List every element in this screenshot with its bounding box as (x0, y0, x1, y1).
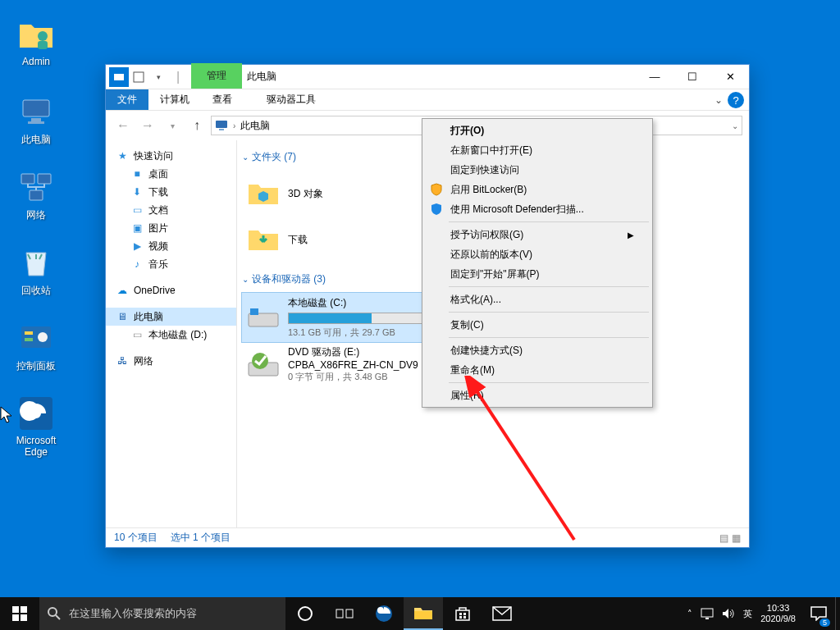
menu-open-new-window[interactable]: 在新窗口中打开(E) (424, 140, 651, 160)
tray-overflow-icon[interactable]: ˄ (687, 609, 692, 619)
ribbon-tab-view[interactable]: 查看 (201, 89, 244, 110)
window-title: 此电脑 (242, 65, 636, 89)
nav-quick-music[interactable]: ♪音乐 (106, 255, 236, 273)
nav-network[interactable]: 🖧网络 (106, 352, 236, 370)
taskbar-store[interactable] (443, 597, 482, 630)
menu-properties[interactable]: 属性(R) (424, 386, 651, 405)
mail-icon (492, 606, 512, 621)
desktop-icon-label: 此电脑 (5, 133, 67, 147)
nav-pane: ★快速访问 ■桌面 ⬇下载 ▭文档 ▣图片 ▶视频 ♪音乐 ☁OneDrive … (106, 140, 237, 527)
minimize-button[interactable]: — (636, 65, 673, 89)
menu-rename[interactable]: 重命名(M) (424, 360, 651, 380)
nav-this-pc[interactable]: 🖥此电脑 (106, 308, 236, 326)
nav-quick-pictures[interactable]: ▣图片 (106, 219, 236, 237)
menu-grant-access[interactable]: 授予访问权限(G)▶ (424, 225, 651, 244)
folder-downloads[interactable]: 下载 (242, 217, 443, 262)
ribbon-expand-icon[interactable]: ⌄ (714, 94, 723, 106)
nav-up-button[interactable]: ↑ (186, 115, 208, 136)
nav-recent-button[interactable]: ▾ (162, 115, 183, 136)
menu-pin-quick-access[interactable]: 固定到快速访问 (424, 160, 651, 180)
svg-rect-10 (25, 338, 33, 341)
nav-local-d[interactable]: ▭本地磁盘 (D:) (106, 326, 236, 344)
nav-quick-videos[interactable]: ▶视频 (106, 237, 236, 255)
menu-separator (449, 337, 649, 338)
svg-rect-38 (459, 616, 462, 619)
svg-rect-3 (31, 118, 41, 121)
view-details-icon[interactable]: ▤ (719, 532, 728, 544)
nav-back-button[interactable]: ← (112, 115, 134, 136)
svg-point-29 (48, 608, 57, 616)
maximize-button[interactable]: ☐ (673, 65, 711, 89)
nav-onedrive[interactable]: ☁OneDrive (106, 281, 236, 299)
svg-rect-2 (23, 100, 49, 116)
contextual-tab-manage[interactable]: 管理 (191, 63, 242, 89)
menu-bitlocker[interactable]: 启用 BitLocker(B) (424, 180, 651, 199)
tray-clock[interactable]: 10:33 2020/9/8 (760, 603, 796, 624)
close-button[interactable]: ✕ (711, 65, 749, 89)
menu-defender-scan[interactable]: 使用 Microsoft Defender扫描... (424, 199, 651, 219)
submenu-arrow-icon: ▶ (628, 231, 634, 240)
ribbon-tab-computer[interactable]: 计算机 (148, 89, 201, 110)
drive-e[interactable]: DVD 驱动器 (E:) CPBA_X86FRE_ZH-CN_DV9 0 字节 … (242, 342, 443, 386)
desktop-icon-network[interactable]: 网络 (5, 167, 67, 222)
desktop-icon-admin[interactable]: Admin (5, 15, 67, 67)
nav-quick-access[interactable]: ★快速访问 (106, 147, 236, 165)
svg-rect-41 (701, 609, 713, 617)
nav-quick-downloads[interactable]: ⬇下载 (106, 183, 236, 201)
help-button[interactable]: ? (728, 92, 744, 108)
ribbon-tab-file[interactable]: 文件 (106, 89, 148, 110)
taskbar-mail[interactable] (482, 597, 522, 630)
address-dropdown-icon[interactable]: ⌄ (732, 121, 738, 130)
taskview-icon (336, 607, 354, 620)
tray-volume-icon[interactable] (722, 608, 735, 619)
recycle-bin-icon (16, 243, 56, 282)
menu-pin-start[interactable]: 固定到"开始"屏幕(P) (424, 264, 651, 284)
view-tiles-icon[interactable]: ▦ (732, 532, 741, 544)
show-desktop-button[interactable] (835, 597, 840, 630)
tray-network-icon[interactable] (701, 608, 714, 619)
taskbar-taskview[interactable] (325, 597, 364, 630)
breadcrumb-thispc[interactable]: 此电脑 (240, 119, 270, 133)
download-icon: ⬇ (130, 185, 144, 199)
svg-point-0 (38, 31, 48, 41)
desktop-icon-controlpanel[interactable]: 控制面板 (5, 318, 67, 373)
taskbar-edge[interactable] (364, 597, 404, 630)
drive-icon (247, 301, 280, 334)
tray-ime[interactable]: 英 (743, 608, 752, 620)
desktop-icon-label: 网络 (5, 208, 67, 222)
svg-rect-33 (346, 609, 353, 618)
svg-rect-37 (463, 613, 466, 615)
menu-restore-versions[interactable]: 还原以前的版本(V) (424, 244, 651, 264)
start-button[interactable] (0, 597, 39, 630)
nav-forward-button[interactable]: → (137, 115, 158, 136)
ribbon-tab-drivetools[interactable]: 驱动器工具 (255, 89, 327, 110)
nav-quick-desktop[interactable]: ■桌面 (106, 165, 236, 183)
desktop-icon-recycle[interactable]: 回收站 (5, 243, 67, 298)
svg-rect-42 (705, 618, 709, 619)
menu-format[interactable]: 格式化(A)... (424, 290, 651, 309)
action-center-button[interactable]: 5 (802, 597, 835, 630)
svg-rect-6 (38, 174, 51, 184)
titlebar[interactable]: ▾ | 管理 此电脑 — ☐ ✕ (106, 65, 749, 89)
desktop-icon-label: Microsoft Edge (5, 435, 67, 458)
context-menu: 打开(O) 在新窗口中打开(E) 固定到快速访问 启用 BitLocker(B)… (422, 118, 653, 408)
nav-quick-documents[interactable]: ▭文档 (106, 201, 236, 219)
taskbar-cortana[interactable] (285, 597, 325, 630)
shield-icon (429, 182, 444, 197)
folder-3dobjects[interactable]: 3D 对象 (242, 171, 443, 217)
drive-c[interactable]: 本地磁盘 (C:) 13.1 GB 可用，共 29.7 GB (242, 293, 443, 342)
menu-create-shortcut[interactable]: 创建快捷方式(S) (424, 340, 651, 360)
desktop-icon-thispc[interactable]: 此电脑 (5, 92, 67, 147)
menu-open[interactable]: 打开(O) (424, 121, 651, 140)
control-panel-icon (16, 318, 56, 358)
qat-dropdown-icon[interactable]: ▾ (148, 67, 168, 87)
qat-properties-icon[interactable] (129, 67, 148, 87)
svg-point-31 (299, 607, 312, 620)
status-item-count: 10 个项目 (114, 531, 158, 545)
taskbar-explorer[interactable] (404, 597, 443, 630)
svg-rect-28 (21, 614, 27, 621)
menu-copy[interactable]: 复制(C) (424, 315, 651, 335)
desktop-icon-label: 控制面板 (5, 359, 67, 373)
taskbar-search[interactable]: 在这里输入你要搜索的内容 (39, 597, 285, 630)
desktop-icon-edge[interactable]: Microsoft Edge (5, 394, 67, 458)
